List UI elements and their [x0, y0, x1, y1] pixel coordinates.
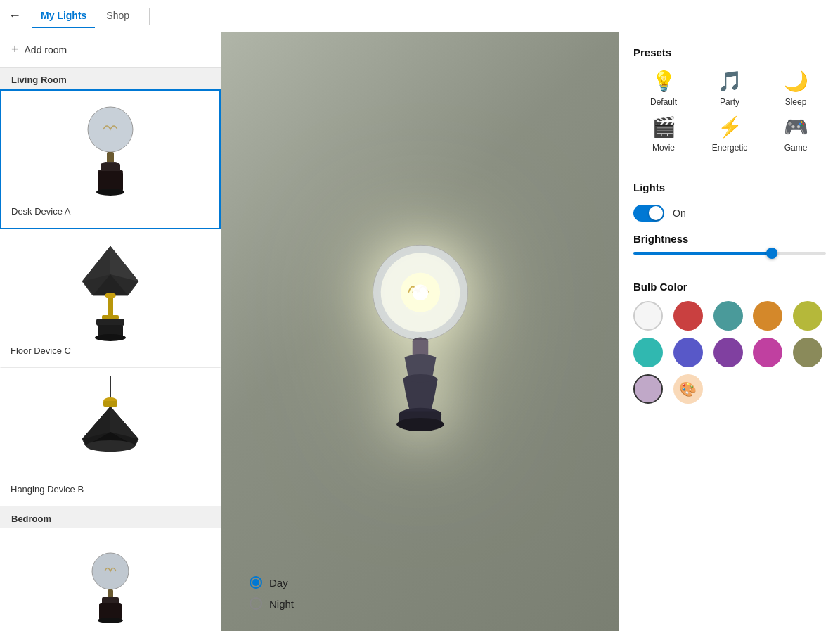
color-swatch-yellow-green[interactable] — [793, 301, 822, 331]
color-swatch-cyan[interactable] — [633, 338, 663, 367]
device-card-floor-c[interactable]: Floor Device C — [0, 229, 221, 368]
svg-point-6 — [96, 189, 124, 196]
color-swatch-purple[interactable] — [713, 338, 743, 367]
canvas-area: Day Night — [221, 32, 619, 631]
nav-tabs: My Lights Shop — [32, 4, 138, 28]
device-card-bedroom-a[interactable]: Desk Device A — [0, 528, 221, 631]
bulb-color-title: Bulb Color — [633, 281, 826, 293]
day-label: Day — [269, 577, 288, 589]
nav-divider — [149, 8, 150, 25]
sleep-label: Sleep — [785, 97, 807, 107]
day-night-controls: Day Night — [250, 576, 294, 610]
custom-color-icon: 🎨 — [679, 381, 697, 397]
main-layout: + Add room Living Room — [0, 32, 840, 631]
color-swatch-white[interactable] — [633, 301, 663, 331]
svg-point-33 — [412, 284, 428, 300]
tab-shop[interactable]: Shop — [98, 4, 138, 28]
main-lamp-display — [350, 227, 491, 438]
brightness-track[interactable] — [633, 252, 826, 255]
color-swatch-red[interactable] — [673, 301, 703, 331]
device-card-hanging-b[interactable]: Hanging Device B — [0, 368, 221, 506]
day-radio-row[interactable]: Day — [250, 576, 294, 589]
top-bar: ← My Lights Shop — [0, 0, 840, 32]
device-card-desk-a[interactable]: Desk Device A — [0, 89, 221, 229]
color-swatch-pink[interactable] — [753, 338, 782, 367]
brightness-thumb[interactable] — [766, 248, 777, 259]
night-label: Night — [269, 598, 294, 610]
presets-grid: 💡 Default 🎵 Party 🌙 Sleep 🎬 Movie ⚡ Ener… — [633, 70, 826, 153]
tab-my-lights[interactable]: My Lights — [32, 4, 95, 28]
preset-movie[interactable]: 🎬 Movie — [633, 115, 694, 153]
default-icon: 💡 — [652, 70, 676, 93]
svg-rect-19 — [103, 401, 117, 407]
lights-toggle[interactable] — [633, 205, 664, 222]
preset-default[interactable]: 💡 Default — [633, 70, 694, 107]
color-swatch-blue[interactable] — [673, 338, 703, 367]
sidebar: + Add room Living Room — [0, 32, 221, 631]
preset-party[interactable]: 🎵 Party — [699, 70, 760, 107]
divider-2 — [633, 269, 826, 269]
add-room-label: Add room — [25, 44, 67, 56]
lamp-preview-hanging-b — [54, 376, 167, 481]
preset-energetic[interactable]: ⚡ Energetic — [699, 115, 760, 153]
svg-point-16 — [95, 334, 126, 341]
brightness-fill — [633, 252, 772, 255]
color-swatch-orange[interactable] — [753, 301, 782, 331]
svg-point-24 — [86, 440, 135, 452]
toggle-thumb — [649, 206, 663, 220]
night-radio[interactable] — [250, 597, 262, 610]
svg-rect-11 — [108, 295, 113, 317]
lights-section-title: Lights — [633, 181, 826, 193]
right-panel: Presets 💡 Default 🎵 Party 🌙 Sleep 🎬 Movi… — [619, 32, 840, 631]
energetic-icon: ⚡ — [718, 115, 742, 139]
night-radio-row[interactable]: Night — [250, 597, 294, 610]
color-swatch-lavender[interactable] — [633, 374, 663, 404]
sleep-icon: 🌙 — [784, 70, 808, 93]
movie-label: Movie — [652, 143, 675, 153]
presets-title: Presets — [633, 46, 826, 58]
day-radio[interactable] — [250, 576, 262, 589]
color-swatch-custom[interactable]: 🎨 — [673, 374, 703, 404]
lamp-preview-bedroom-a — [54, 536, 167, 631]
game-label: Game — [784, 143, 808, 153]
plus-icon: + — [11, 42, 19, 57]
lights-state-label: On — [673, 208, 686, 219]
color-grid: 🎨 — [633, 301, 826, 404]
device-name-desk-a: Desk Device A — [8, 203, 71, 221]
divider-1 — [633, 170, 826, 170]
svg-point-38 — [396, 417, 444, 431]
svg-point-12 — [105, 293, 116, 298]
svg-point-29 — [98, 618, 123, 623]
preset-sleep[interactable]: 🌙 Sleep — [765, 70, 826, 107]
lights-toggle-row: On — [633, 205, 826, 222]
brightness-label: Brightness — [633, 233, 826, 245]
default-label: Default — [650, 97, 677, 107]
party-icon: 🎵 — [718, 70, 742, 93]
device-name-floor-c: Floor Device C — [8, 343, 71, 360]
energetic-label: Energetic — [712, 143, 748, 153]
svg-rect-14 — [96, 319, 124, 326]
back-button[interactable]: ← — [8, 8, 21, 23]
movie-icon: 🎬 — [652, 115, 676, 139]
lamp-preview-desk-a — [54, 98, 167, 203]
preset-game[interactable]: 🎮 Game — [765, 115, 826, 153]
device-name-hanging-b: Hanging Device B — [8, 481, 84, 499]
game-icon: 🎮 — [784, 115, 808, 139]
party-label: Party — [720, 97, 739, 107]
color-swatch-teal[interactable] — [713, 301, 743, 331]
color-swatch-olive[interactable] — [793, 338, 822, 367]
room-title-living-room: Living Room — [0, 68, 221, 89]
add-room-button[interactable]: + Add room — [0, 32, 221, 68]
lamp-preview-floor-c — [54, 237, 167, 343]
room-title-bedroom: Bedroom — [0, 506, 221, 528]
